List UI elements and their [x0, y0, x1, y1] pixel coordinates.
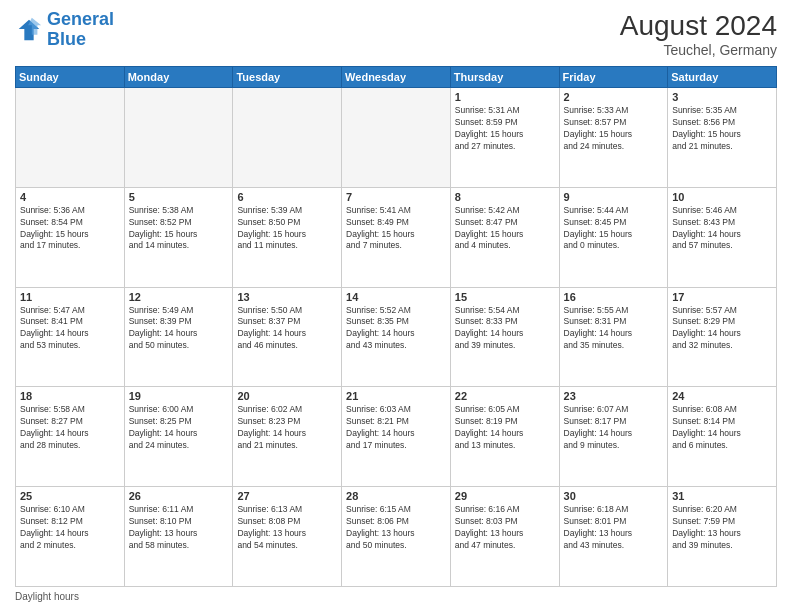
calendar-weekday-thursday: Thursday: [450, 67, 559, 88]
calendar-weekday-saturday: Saturday: [668, 67, 777, 88]
day-info: Sunrise: 5:44 AMSunset: 8:45 PMDaylight:…: [564, 205, 664, 253]
calendar-cell: 29Sunrise: 6:16 AMSunset: 8:03 PMDayligh…: [450, 487, 559, 587]
day-number: 6: [237, 191, 337, 203]
calendar-cell: 19Sunrise: 6:00 AMSunset: 8:25 PMDayligh…: [124, 387, 233, 487]
day-number: 25: [20, 490, 120, 502]
calendar-cell: 28Sunrise: 6:15 AMSunset: 8:06 PMDayligh…: [342, 487, 451, 587]
calendar-cell: 9Sunrise: 5:44 AMSunset: 8:45 PMDaylight…: [559, 187, 668, 287]
day-number: 7: [346, 191, 446, 203]
day-info: Sunrise: 6:07 AMSunset: 8:17 PMDaylight:…: [564, 404, 664, 452]
day-info: Sunrise: 5:54 AMSunset: 8:33 PMDaylight:…: [455, 305, 555, 353]
day-info: Sunrise: 5:50 AMSunset: 8:37 PMDaylight:…: [237, 305, 337, 353]
day-number: 28: [346, 490, 446, 502]
day-info: Sunrise: 6:11 AMSunset: 8:10 PMDaylight:…: [129, 504, 229, 552]
day-info: Sunrise: 5:52 AMSunset: 8:35 PMDaylight:…: [346, 305, 446, 353]
calendar-week-row: 1Sunrise: 5:31 AMSunset: 8:59 PMDaylight…: [16, 88, 777, 188]
calendar-cell: 27Sunrise: 6:13 AMSunset: 8:08 PMDayligh…: [233, 487, 342, 587]
day-number: 3: [672, 91, 772, 103]
day-number: 29: [455, 490, 555, 502]
day-number: 20: [237, 390, 337, 402]
location: Teuchel, Germany: [620, 42, 777, 58]
day-info: Sunrise: 5:46 AMSunset: 8:43 PMDaylight:…: [672, 205, 772, 253]
day-info: Sunrise: 6:16 AMSunset: 8:03 PMDaylight:…: [455, 504, 555, 552]
calendar-cell: 7Sunrise: 5:41 AMSunset: 8:49 PMDaylight…: [342, 187, 451, 287]
day-info: Sunrise: 5:39 AMSunset: 8:50 PMDaylight:…: [237, 205, 337, 253]
calendar-cell: 14Sunrise: 5:52 AMSunset: 8:35 PMDayligh…: [342, 287, 451, 387]
day-number: 16: [564, 291, 664, 303]
day-info: Sunrise: 5:33 AMSunset: 8:57 PMDaylight:…: [564, 105, 664, 153]
calendar-cell: 8Sunrise: 5:42 AMSunset: 8:47 PMDaylight…: [450, 187, 559, 287]
day-info: Sunrise: 5:41 AMSunset: 8:49 PMDaylight:…: [346, 205, 446, 253]
day-info: Sunrise: 5:36 AMSunset: 8:54 PMDaylight:…: [20, 205, 120, 253]
day-info: Sunrise: 5:42 AMSunset: 8:47 PMDaylight:…: [455, 205, 555, 253]
calendar-cell: 21Sunrise: 6:03 AMSunset: 8:21 PMDayligh…: [342, 387, 451, 487]
calendar-cell: 25Sunrise: 6:10 AMSunset: 8:12 PMDayligh…: [16, 487, 125, 587]
calendar-table: SundayMondayTuesdayWednesdayThursdayFrid…: [15, 66, 777, 587]
day-info: Sunrise: 6:10 AMSunset: 8:12 PMDaylight:…: [20, 504, 120, 552]
calendar-cell: 22Sunrise: 6:05 AMSunset: 8:19 PMDayligh…: [450, 387, 559, 487]
page: General Blue August 2024 Teuchel, German…: [0, 0, 792, 612]
day-info: Sunrise: 5:49 AMSunset: 8:39 PMDaylight:…: [129, 305, 229, 353]
day-info: Sunrise: 6:00 AMSunset: 8:25 PMDaylight:…: [129, 404, 229, 452]
logo: General Blue: [15, 10, 114, 50]
day-info: Sunrise: 5:38 AMSunset: 8:52 PMDaylight:…: [129, 205, 229, 253]
calendar-weekday-wednesday: Wednesday: [342, 67, 451, 88]
calendar-cell: 6Sunrise: 5:39 AMSunset: 8:50 PMDaylight…: [233, 187, 342, 287]
calendar-cell: 26Sunrise: 6:11 AMSunset: 8:10 PMDayligh…: [124, 487, 233, 587]
day-info: Sunrise: 6:15 AMSunset: 8:06 PMDaylight:…: [346, 504, 446, 552]
calendar-cell: 13Sunrise: 5:50 AMSunset: 8:37 PMDayligh…: [233, 287, 342, 387]
day-number: 4: [20, 191, 120, 203]
day-number: 27: [237, 490, 337, 502]
calendar-cell: 16Sunrise: 5:55 AMSunset: 8:31 PMDayligh…: [559, 287, 668, 387]
calendar-weekday-monday: Monday: [124, 67, 233, 88]
day-info: Sunrise: 5:31 AMSunset: 8:59 PMDaylight:…: [455, 105, 555, 153]
day-number: 17: [672, 291, 772, 303]
day-info: Sunrise: 6:18 AMSunset: 8:01 PMDaylight:…: [564, 504, 664, 552]
calendar-weekday-sunday: Sunday: [16, 67, 125, 88]
day-info: Sunrise: 5:57 AMSunset: 8:29 PMDaylight:…: [672, 305, 772, 353]
calendar-cell: 3Sunrise: 5:35 AMSunset: 8:56 PMDaylight…: [668, 88, 777, 188]
day-number: 23: [564, 390, 664, 402]
day-number: 19: [129, 390, 229, 402]
day-info: Sunrise: 6:03 AMSunset: 8:21 PMDaylight:…: [346, 404, 446, 452]
logo-icon: [15, 16, 43, 44]
day-number: 5: [129, 191, 229, 203]
day-number: 30: [564, 490, 664, 502]
logo-line2: Blue: [47, 29, 86, 49]
calendar-week-row: 4Sunrise: 5:36 AMSunset: 8:54 PMDaylight…: [16, 187, 777, 287]
calendar-week-row: 25Sunrise: 6:10 AMSunset: 8:12 PMDayligh…: [16, 487, 777, 587]
title-block: August 2024 Teuchel, Germany: [620, 10, 777, 58]
day-info: Sunrise: 5:47 AMSunset: 8:41 PMDaylight:…: [20, 305, 120, 353]
calendar-cell: 17Sunrise: 5:57 AMSunset: 8:29 PMDayligh…: [668, 287, 777, 387]
month-year: August 2024: [620, 10, 777, 42]
calendar-cell: 24Sunrise: 6:08 AMSunset: 8:14 PMDayligh…: [668, 387, 777, 487]
calendar-cell: 15Sunrise: 5:54 AMSunset: 8:33 PMDayligh…: [450, 287, 559, 387]
calendar-cell: 20Sunrise: 6:02 AMSunset: 8:23 PMDayligh…: [233, 387, 342, 487]
calendar-cell: 2Sunrise: 5:33 AMSunset: 8:57 PMDaylight…: [559, 88, 668, 188]
logo-line1: General: [47, 9, 114, 29]
calendar-weekday-friday: Friday: [559, 67, 668, 88]
calendar-cell: [233, 88, 342, 188]
footer-note: Daylight hours: [15, 591, 777, 602]
calendar-week-row: 11Sunrise: 5:47 AMSunset: 8:41 PMDayligh…: [16, 287, 777, 387]
day-number: 21: [346, 390, 446, 402]
calendar-cell: 18Sunrise: 5:58 AMSunset: 8:27 PMDayligh…: [16, 387, 125, 487]
day-info: Sunrise: 5:55 AMSunset: 8:31 PMDaylight:…: [564, 305, 664, 353]
day-number: 11: [20, 291, 120, 303]
day-number: 10: [672, 191, 772, 203]
day-number: 9: [564, 191, 664, 203]
day-number: 15: [455, 291, 555, 303]
calendar-header-row: SundayMondayTuesdayWednesdayThursdayFrid…: [16, 67, 777, 88]
calendar-cell: 1Sunrise: 5:31 AMSunset: 8:59 PMDaylight…: [450, 88, 559, 188]
calendar-cell: [16, 88, 125, 188]
day-number: 26: [129, 490, 229, 502]
calendar-cell: [342, 88, 451, 188]
calendar-week-row: 18Sunrise: 5:58 AMSunset: 8:27 PMDayligh…: [16, 387, 777, 487]
day-number: 12: [129, 291, 229, 303]
day-number: 1: [455, 91, 555, 103]
day-number: 22: [455, 390, 555, 402]
day-number: 13: [237, 291, 337, 303]
calendar-cell: 31Sunrise: 6:20 AMSunset: 7:59 PMDayligh…: [668, 487, 777, 587]
calendar-cell: 12Sunrise: 5:49 AMSunset: 8:39 PMDayligh…: [124, 287, 233, 387]
day-number: 18: [20, 390, 120, 402]
